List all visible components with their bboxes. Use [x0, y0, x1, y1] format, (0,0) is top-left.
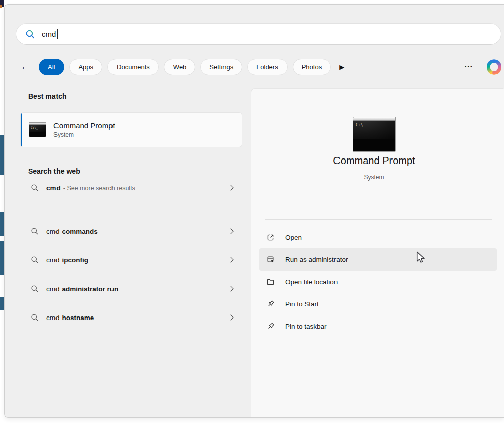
suggestion-query: cmd: [46, 228, 60, 235]
web-suggestions-list: cmd - See more search results cmd comman…: [21, 177, 242, 328]
suggestion-query: cmd: [46, 285, 60, 293]
command-prompt-icon: C:\_: [29, 122, 46, 137]
search-input[interactable]: cmd: [16, 23, 501, 45]
suggestion-suffix: commands: [62, 228, 98, 235]
action-pin-to-start[interactable]: Pin to Start: [259, 293, 497, 315]
search-web-header: Search the web: [28, 167, 80, 175]
folder-icon: [266, 278, 275, 286]
run-as-admin-icon: [266, 255, 275, 264]
suggestion-query: cmd: [46, 256, 60, 264]
action-list: Open Run as administrator Open file loca…: [259, 226, 497, 337]
chevron-right-icon[interactable]: [228, 185, 233, 190]
filter-bar: ← All Apps Documents Web Settings Folder…: [16, 57, 504, 77]
more-options-icon[interactable]: •••: [465, 64, 473, 69]
suggestion-query: cmd: [46, 184, 61, 192]
action-run-as-administrator[interactable]: Run as administrator: [259, 248, 497, 271]
search-icon: [31, 285, 39, 293]
search-icon: [25, 29, 35, 39]
background-window-fragment: [0, 135, 4, 175]
copilot-icon[interactable]: [486, 59, 502, 75]
search-icon: [31, 256, 39, 264]
preview-app-subtitle: System: [251, 174, 497, 181]
action-open[interactable]: Open: [259, 226, 497, 248]
chevron-right-icon[interactable]: [228, 228, 233, 234]
search-icon: [31, 227, 39, 235]
web-suggestion[interactable]: cmd commands: [21, 221, 242, 242]
background-window-fragment: [0, 241, 4, 275]
chevron-right-icon[interactable]: [228, 314, 233, 320]
search-icon: [31, 313, 39, 322]
filter-tab-documents[interactable]: Documents: [107, 59, 159, 75]
search-flyout-window: cmd ← All Apps Documents Web Settings Fo…: [4, 4, 504, 418]
filter-tab-folders[interactable]: Folders: [247, 59, 287, 75]
command-prompt-icon-large: C:\_: [353, 117, 396, 152]
suggestion-suffix: - See more search results: [63, 185, 135, 192]
pin-icon: [266, 300, 275, 308]
search-query-text[interactable]: cmd: [42, 30, 56, 38]
background-window-fragment: [0, 212, 4, 236]
divider: [265, 219, 492, 220]
expand-filters-icon[interactable]: ▶: [339, 63, 344, 71]
pin-icon: [266, 322, 275, 331]
suggestion-query: cmd: [46, 314, 60, 322]
chevron-right-icon[interactable]: [228, 257, 233, 262]
filter-tab-apps[interactable]: Apps: [69, 59, 102, 75]
search-icon: [31, 184, 39, 192]
preview-app-title: Command Prompt: [251, 155, 497, 167]
web-suggestion[interactable]: cmd ipconfig: [21, 249, 242, 271]
filter-tab-all[interactable]: All: [39, 59, 64, 75]
best-match-result[interactable]: C:\_ Command Prompt System: [21, 113, 242, 147]
background-window-fragment: [0, 297, 4, 310]
preview-pane: C:\_ Command Prompt System Open: [251, 89, 504, 417]
web-suggestion[interactable]: cmd administrator run: [21, 278, 242, 299]
best-match-title: Command Prompt: [53, 121, 115, 130]
best-match-header: Best match: [28, 92, 66, 100]
filter-tab-settings[interactable]: Settings: [200, 59, 242, 75]
best-match-subtitle: System: [53, 131, 115, 138]
suggestion-suffix: hostname: [62, 314, 94, 322]
chevron-right-icon[interactable]: [228, 286, 233, 291]
web-suggestion[interactable]: cmd hostname: [21, 307, 242, 328]
back-arrow-icon[interactable]: ←: [17, 61, 34, 72]
filter-tab-photos[interactable]: Photos: [293, 59, 331, 75]
web-suggestion-see-more[interactable]: cmd - See more search results: [21, 177, 242, 198]
filter-tab-web[interactable]: Web: [164, 59, 196, 75]
background-window-fragment: [0, 5, 2, 8]
text-caret: [57, 29, 58, 39]
open-icon: [266, 233, 275, 242]
suggestion-suffix: administrator run: [62, 285, 119, 293]
action-open-file-location[interactable]: Open file location: [259, 271, 497, 293]
suggestion-suffix: ipconfig: [62, 256, 89, 264]
action-pin-to-taskbar[interactable]: Pin to taskbar: [259, 315, 497, 337]
